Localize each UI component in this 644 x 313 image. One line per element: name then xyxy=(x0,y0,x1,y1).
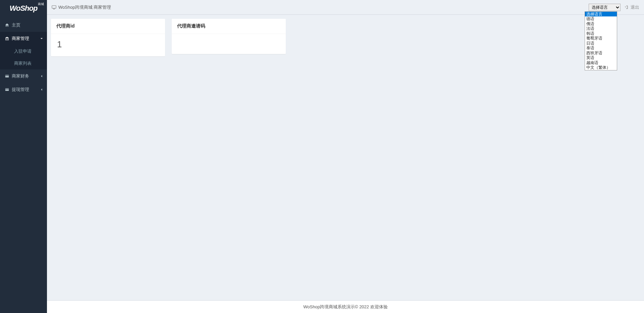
language-option[interactable]: 俄语 xyxy=(585,21,617,27)
monitor-icon xyxy=(52,5,56,10)
nav-submenu-merchant: 入驻申请 商家列表 xyxy=(0,45,47,69)
svg-rect-2 xyxy=(5,88,9,91)
header-left: WoShop跨境商城 商家管理 xyxy=(52,4,111,10)
card-title: 代理商邀请码 xyxy=(172,19,286,34)
nav-item-home[interactable]: 主页 xyxy=(0,18,47,32)
main-wrapper: WoShop跨境商城 商家管理 选择语言 退出 选择语言德语俄语法语韩语葡萄牙语… xyxy=(47,0,644,313)
svg-rect-4 xyxy=(52,5,56,8)
nav-menu: 主页 商家管理 入驻申请 商家列表 商家财务 xyxy=(0,17,47,96)
logo-main: WoShop xyxy=(10,4,38,12)
logout-icon xyxy=(625,5,629,9)
language-option[interactable]: 韩语 xyxy=(585,31,617,36)
card-icon xyxy=(5,74,10,78)
language-option[interactable]: 中文（繁体） xyxy=(585,65,617,70)
nav-label: 商家管理 xyxy=(12,36,29,42)
svg-rect-0 xyxy=(5,75,9,77)
svg-rect-1 xyxy=(5,75,9,76)
language-option[interactable]: 越南语 xyxy=(585,60,617,65)
language-option[interactable]: 日语 xyxy=(585,41,617,46)
nav-label: 提现管理 xyxy=(12,87,29,93)
language-option[interactable]: 法语 xyxy=(585,26,617,31)
language-option[interactable]: 西班牙语 xyxy=(585,51,617,56)
logout-button[interactable]: 退出 xyxy=(625,4,639,10)
language-dropdown: 选择语言德语俄语法语韩语葡萄牙语日语泰语西班牙语英语越南语中文（繁体） xyxy=(585,11,617,70)
sidebar: WoShop 商城 主页 商家管理 入驻申请 商家列表 xyxy=(0,0,47,313)
header-right: 选择语言 退出 选择语言德语俄语法语韩语葡萄牙语日语泰语西班牙语英语越南语中文（… xyxy=(589,4,639,11)
language-option[interactable]: 德语 xyxy=(585,16,617,21)
logo: WoShop 商城 xyxy=(0,0,47,17)
card-icon xyxy=(5,88,10,92)
chevron-left-icon xyxy=(40,75,43,77)
card-value xyxy=(172,34,286,54)
nav-subitem-list[interactable]: 商家列表 xyxy=(0,57,47,69)
footer: WoShop跨境商城系统演示© 2022 欢迎体验 xyxy=(47,300,644,313)
chevron-down-icon xyxy=(40,37,43,40)
nav-label: 商家财务 xyxy=(12,73,29,79)
nav-item-merchant-finance[interactable]: 商家财务 xyxy=(0,69,47,83)
language-option[interactable]: 英语 xyxy=(585,55,617,60)
bank-icon xyxy=(5,37,10,41)
card-agent-id: 代理商id 1 xyxy=(51,19,165,56)
svg-rect-3 xyxy=(5,89,9,90)
nav-subitem-apply[interactable]: 入驻申请 xyxy=(0,45,47,57)
chevron-left-icon xyxy=(40,88,43,91)
nav-label: 主页 xyxy=(12,22,20,28)
page-title: WoShop跨境商城 商家管理 xyxy=(58,4,111,10)
language-option[interactable]: 葡萄牙语 xyxy=(585,36,617,41)
language-option[interactable]: 选择语言 xyxy=(585,12,617,17)
nav-item-merchant-manage[interactable]: 商家管理 xyxy=(0,32,47,45)
content-area: 代理商id 1 代理商邀请码 xyxy=(47,15,644,300)
nav-item-withdraw[interactable]: 提现管理 xyxy=(0,83,47,96)
language-select[interactable]: 选择语言 xyxy=(589,4,621,11)
logout-label: 退出 xyxy=(631,4,639,10)
card-invite-code: 代理商邀请码 xyxy=(172,19,286,54)
home-icon xyxy=(5,23,10,27)
card-title: 代理商id xyxy=(51,19,165,34)
logo-sup: 商城 xyxy=(38,3,44,6)
footer-text: WoShop跨境商城系统演示© 2022 欢迎体验 xyxy=(303,304,387,310)
top-header: WoShop跨境商城 商家管理 选择语言 退出 选择语言德语俄语法语韩语葡萄牙语… xyxy=(47,0,644,15)
language-option[interactable]: 泰语 xyxy=(585,46,617,51)
card-value: 1 xyxy=(51,34,165,56)
